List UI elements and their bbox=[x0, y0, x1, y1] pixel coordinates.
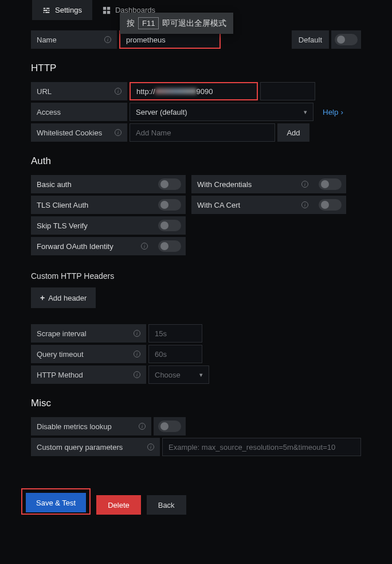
tooltip-prefix: 按 bbox=[127, 18, 135, 29]
basic-auth-toggle[interactable] bbox=[158, 178, 181, 190]
cookies-label-cell: Whitelisted Cookies bbox=[31, 123, 127, 142]
name-label-cell: Name bbox=[31, 30, 117, 49]
with-credentials-toggle[interactable] bbox=[319, 178, 342, 190]
add-cookie-button[interactable]: Add bbox=[277, 123, 309, 142]
access-label: Access bbox=[37, 108, 61, 116]
custom-params-input[interactable] bbox=[162, 438, 361, 456]
forward-oauth-toggle[interactable] bbox=[158, 240, 181, 252]
disable-lookup-label-cell: Disable metrics lookup bbox=[31, 417, 151, 435]
custom-params-label: Custom query parameters bbox=[37, 443, 123, 452]
url-blurred bbox=[155, 88, 197, 94]
tab-settings[interactable]: Settings bbox=[32, 0, 92, 20]
info-icon[interactable] bbox=[301, 201, 308, 208]
url-input-ext[interactable] bbox=[260, 82, 315, 100]
info-icon[interactable] bbox=[104, 36, 111, 43]
disable-lookup-toggle[interactable] bbox=[158, 421, 181, 432]
chevron-down-icon: ▾ bbox=[199, 371, 203, 379]
disable-lookup-label: Disable metrics lookup bbox=[37, 422, 112, 431]
with-credentials-toggle-wrap bbox=[314, 175, 346, 193]
tooltip-suffix: 即可退出全屏模式 bbox=[162, 18, 226, 29]
access-select[interactable]: Server (default) ▾ bbox=[130, 103, 313, 121]
cookies-label: Whitelisted Cookies bbox=[37, 129, 102, 137]
fullscreen-tooltip: 按 F11 即可退出全屏模式 bbox=[120, 13, 233, 34]
access-label-cell: Access bbox=[31, 103, 127, 121]
http-section-title: HTTP bbox=[31, 63, 361, 74]
chevron-right-icon: › bbox=[340, 108, 343, 116]
info-icon[interactable] bbox=[134, 330, 140, 337]
custom-params-label-cell: Custom query parameters bbox=[31, 438, 160, 456]
http-method-label-cell: HTTP Method bbox=[31, 365, 146, 384]
access-value: Server (default) bbox=[136, 108, 187, 116]
info-icon[interactable] bbox=[115, 129, 121, 136]
info-icon[interactable] bbox=[134, 371, 140, 378]
query-timeout-input[interactable] bbox=[148, 345, 202, 363]
sliders-icon bbox=[42, 6, 50, 14]
with-ca-toggle-wrap bbox=[314, 196, 346, 214]
info-icon[interactable] bbox=[134, 351, 140, 357]
tooltip-key: F11 bbox=[138, 17, 159, 29]
misc-section-title: Misc bbox=[31, 398, 361, 409]
scrape-interval-label: Scrape interval bbox=[37, 329, 87, 338]
back-button[interactable]: Back bbox=[147, 495, 186, 515]
with-ca-label: With CA Cert bbox=[191, 196, 314, 214]
info-icon[interactable] bbox=[141, 243, 148, 250]
chevron-down-icon: ▾ bbox=[304, 108, 307, 116]
grid-icon bbox=[103, 6, 111, 14]
skip-tls-toggle[interactable] bbox=[158, 220, 181, 231]
skip-tls-label: Skip TLS Verify bbox=[31, 216, 154, 235]
plus-icon: + bbox=[40, 293, 45, 302]
with-ca-toggle[interactable] bbox=[319, 199, 342, 211]
with-credentials-label: With Credentials bbox=[191, 175, 314, 193]
save-test-button[interactable]: Save & Test bbox=[26, 493, 86, 512]
name-label: Name bbox=[37, 36, 57, 44]
skip-tls-toggle-wrap bbox=[154, 216, 186, 235]
default-toggle[interactable] bbox=[335, 34, 358, 45]
custom-headers-title: Custom HTTP Headers bbox=[31, 271, 361, 281]
cookies-input[interactable] bbox=[130, 123, 275, 142]
help-link[interactable]: Help › bbox=[316, 103, 350, 121]
forward-oauth-toggle-wrap bbox=[154, 237, 186, 255]
delete-button[interactable]: Delete bbox=[96, 495, 141, 515]
scrape-interval-input[interactable] bbox=[148, 324, 202, 343]
url-input[interactable]: http:// 9090 bbox=[130, 82, 258, 100]
http-method-select[interactable]: Choose ▾ bbox=[148, 365, 209, 384]
tab-settings-label: Settings bbox=[55, 6, 82, 14]
default-label: Default bbox=[292, 30, 329, 49]
query-timeout-label: Query timeout bbox=[37, 350, 84, 359]
url-prefix: http:// bbox=[136, 87, 155, 96]
auth-section-title: Auth bbox=[31, 155, 361, 167]
scrape-interval-label-cell: Scrape interval bbox=[31, 324, 146, 343]
save-test-highlight: Save & Test bbox=[21, 488, 91, 515]
http-method-value: Choose bbox=[155, 371, 181, 379]
add-header-button[interactable]: + Add header bbox=[31, 287, 96, 308]
url-label: URL bbox=[37, 87, 52, 96]
info-icon[interactable] bbox=[139, 423, 146, 430]
default-toggle-wrap bbox=[331, 30, 361, 49]
basic-auth-label: Basic auth bbox=[31, 175, 154, 193]
tls-client-toggle[interactable] bbox=[158, 199, 181, 211]
info-icon[interactable] bbox=[301, 181, 308, 188]
url-suffix: 9090 bbox=[197, 87, 213, 96]
tls-client-toggle-wrap bbox=[154, 196, 186, 214]
info-icon[interactable] bbox=[115, 88, 121, 95]
http-method-label: HTTP Method bbox=[37, 371, 83, 379]
url-label-cell: URL bbox=[31, 82, 127, 100]
basic-auth-toggle-wrap bbox=[154, 175, 186, 193]
forward-oauth-label: Forward OAuth Identity bbox=[31, 237, 154, 255]
disable-lookup-toggle-wrap bbox=[154, 417, 186, 435]
query-timeout-label-cell: Query timeout bbox=[31, 345, 146, 363]
tls-client-label: TLS Client Auth bbox=[31, 196, 154, 214]
info-icon[interactable] bbox=[147, 444, 154, 450]
